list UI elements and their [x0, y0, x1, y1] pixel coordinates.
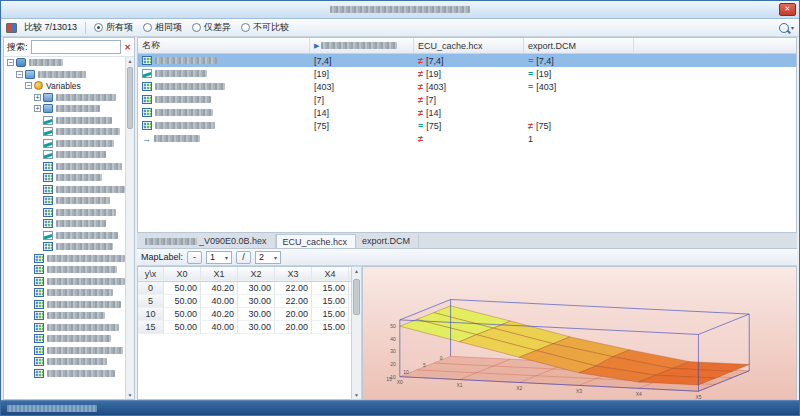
compare-row[interactable]: [19]≠[19]=[19] — [138, 67, 796, 80]
grid-cell[interactable]: 30.00 — [238, 295, 275, 308]
tree-item[interactable] — [4, 207, 125, 219]
grid-cell[interactable]: 50.00 — [164, 308, 201, 321]
tree-item[interactable] — [4, 172, 125, 184]
scroll-up-icon[interactable]: ▲ — [352, 267, 361, 275]
tree-item[interactable] — [4, 126, 125, 138]
search-input[interactable] — [31, 40, 122, 54]
grid-cell[interactable]: 20.00 — [275, 321, 312, 334]
tree-expander-icon[interactable]: − — [16, 71, 23, 78]
filter-radio[interactable]: 仅差异 — [192, 21, 231, 34]
grid-row-header[interactable]: 0 — [138, 282, 164, 295]
chevron-down-icon[interactable]: ▾ — [791, 24, 794, 31]
grid-cell[interactable]: 50.00 — [164, 295, 201, 308]
grid-col-header[interactable]: X4 — [312, 267, 349, 281]
grid-col-header[interactable]: X1 — [201, 267, 238, 281]
tree-item[interactable] — [4, 241, 125, 253]
tree-item[interactable] — [4, 230, 125, 242]
grid-cell[interactable]: 40.00 — [201, 295, 238, 308]
tree-item[interactable] — [4, 138, 125, 150]
compare-row[interactable]: [403]≠[403]=[403] — [138, 80, 796, 93]
tree-item[interactable] — [4, 345, 125, 357]
tree-expander-icon[interactable]: − — [25, 82, 32, 89]
compare-row[interactable]: [7]≠[7] — [138, 93, 796, 106]
index-spinner-2[interactable]: 2 ▾ — [255, 251, 281, 264]
grid-col-header[interactable]: X2 — [238, 267, 275, 281]
tree-expander-icon[interactable]: + — [34, 105, 41, 112]
grid-cell[interactable]: 15.00 — [312, 295, 349, 308]
chevron-down-icon[interactable]: ▾ — [274, 254, 277, 261]
clear-search-button[interactable]: ✕ — [124, 43, 131, 52]
tree-item[interactable] — [4, 253, 125, 265]
column-header-hex-file[interactable]: ▶ — [310, 38, 414, 53]
scroll-down-icon[interactable]: ▼ — [126, 391, 134, 399]
filter-radio[interactable]: 所有项 — [94, 21, 133, 34]
tree-item[interactable] — [4, 356, 125, 368]
grid-cell[interactable]: 15.00 — [312, 282, 349, 295]
tree-item[interactable]: + — [4, 92, 125, 104]
tree-item[interactable] — [4, 310, 125, 322]
scroll-down-icon[interactable]: ▼ — [352, 391, 361, 399]
tree-item[interactable] — [4, 299, 125, 311]
grid-cell[interactable]: 22.00 — [275, 295, 312, 308]
file-tab[interactable]: _V090E0.0B.hex — [139, 234, 276, 248]
file-tab[interactable]: export.DCM — [356, 234, 419, 248]
grid-row-header[interactable]: 10 — [138, 308, 164, 321]
grid-row-header[interactable]: 15 — [138, 321, 164, 334]
grid-cell[interactable]: 40.00 — [201, 321, 238, 334]
filter-radio[interactable]: 不可比较 — [241, 21, 289, 34]
tree-expander-icon[interactable]: + — [34, 94, 41, 101]
scrollbar-thumb[interactable] — [353, 279, 360, 315]
grid-cell[interactable]: 15.00 — [312, 321, 349, 334]
grid-cell[interactable]: 15.00 — [312, 308, 349, 321]
tree-scrollbar[interactable]: ▲ ▼ — [125, 57, 134, 399]
tree-item[interactable] — [4, 218, 125, 230]
grid-scrollbar[interactable]: ▲ ▼ — [351, 266, 362, 400]
grid-col-header[interactable]: X3 — [275, 267, 312, 281]
grid-cell[interactable]: 40.20 — [201, 308, 238, 321]
grid-cell[interactable]: 30.00 — [238, 321, 275, 334]
grid-cell[interactable]: 22.00 — [275, 282, 312, 295]
scrollbar-thumb[interactable] — [127, 67, 133, 129]
compare-row[interactable]: [75]=[75]≠[75] — [138, 119, 796, 132]
tree-item[interactable] — [4, 161, 125, 173]
grid-cell[interactable]: 50.00 — [164, 282, 201, 295]
search-icon[interactable] — [779, 23, 789, 33]
tree-item[interactable] — [4, 264, 125, 276]
compare-row[interactable]: →≠1 — [138, 132, 796, 145]
grid-cell[interactable]: 30.00 — [238, 308, 275, 321]
tree-item[interactable] — [4, 184, 125, 196]
column-header-ecu-cache[interactable]: ECU_cache.hcx — [414, 38, 524, 53]
file-tab[interactable]: ECU_cache.hcx — [276, 234, 357, 248]
tree-item[interactable] — [4, 368, 125, 380]
compare-row[interactable]: [14]≠[14] — [138, 106, 796, 119]
tree-item[interactable] — [4, 115, 125, 127]
window-title — [330, 6, 470, 13]
divide-button[interactable]: / — [236, 251, 251, 264]
tree-item[interactable]: − — [4, 69, 125, 81]
compare-row[interactable]: [7,4]≠[7,4]=[7,4] — [138, 54, 796, 67]
index-spinner-1[interactable]: 1 ▾ — [206, 251, 232, 264]
grid-cell[interactable]: 50.00 — [164, 321, 201, 334]
grid-cell[interactable]: 20.00 — [275, 308, 312, 321]
tree-item[interactable] — [4, 149, 125, 161]
tree-item[interactable]: − — [4, 57, 125, 69]
tree-item[interactable] — [4, 195, 125, 207]
grid-cell[interactable]: 30.00 — [238, 282, 275, 295]
grid-row-header[interactable]: 5 — [138, 295, 164, 308]
tree-item[interactable]: + — [4, 103, 125, 115]
tree-item[interactable]: −Variables — [4, 80, 125, 92]
column-header-name[interactable]: 名称 — [138, 38, 310, 53]
tree-item[interactable] — [4, 287, 125, 299]
chevron-down-icon[interactable]: ▾ — [225, 254, 228, 261]
filter-radio[interactable]: 相同项 — [143, 21, 182, 34]
grid-col-header[interactable]: X0 — [164, 267, 201, 281]
decrement-button[interactable]: - — [187, 251, 202, 264]
tree-expander-icon[interactable]: − — [7, 59, 14, 66]
close-button[interactable]: ✕ — [779, 3, 796, 16]
tree-item[interactable] — [4, 276, 125, 288]
grid-cell[interactable]: 40.20 — [201, 282, 238, 295]
column-header-export-dcm[interactable]: export.DCM — [524, 38, 634, 53]
tree-item[interactable] — [4, 322, 125, 334]
scroll-up-icon[interactable]: ▲ — [126, 57, 134, 65]
tree-item[interactable] — [4, 333, 125, 345]
